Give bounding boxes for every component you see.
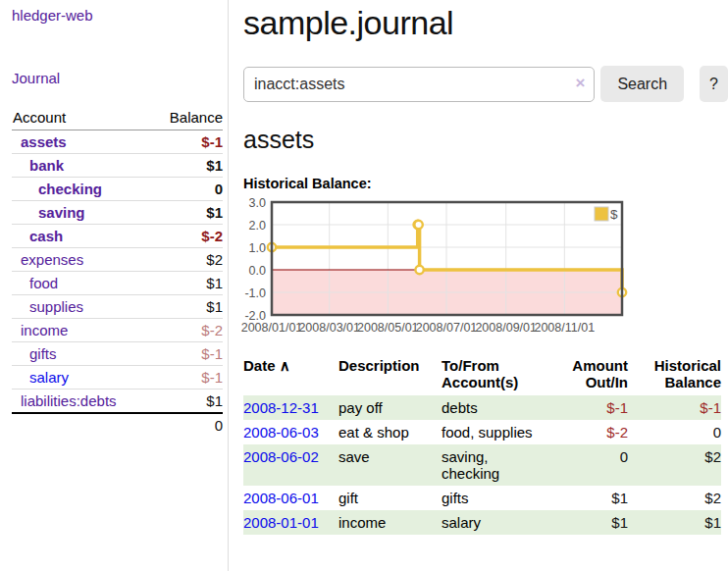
- transaction-date-link[interactable]: 2008-06-01: [243, 490, 319, 506]
- account-link[interactable]: salary: [29, 369, 69, 386]
- page-title: sample.journal: [243, 0, 728, 42]
- legend-swatch: [595, 207, 608, 221]
- transaction-description: pay off: [338, 395, 442, 420]
- search-input[interactable]: [243, 67, 595, 102]
- transaction-date-link[interactable]: 2008-06-03: [243, 424, 319, 441]
- historical-balance-chart: $3.02.01.00.0-1.0-2.02008/01/012008/03/0…: [243, 197, 728, 342]
- account-link[interactable]: assets: [21, 133, 67, 150]
- register-header-accounts: To/From Account(s): [442, 354, 567, 395]
- register-row: 2008-06-03eat & shopfood, supplies$-20: [243, 420, 721, 444]
- y-tick-label: 0.0: [249, 264, 266, 278]
- search-button[interactable]: Search: [600, 66, 684, 102]
- account-balance: $-1: [159, 130, 223, 154]
- x-tick-label: 2008/03/01: [298, 321, 360, 335]
- account-row: bank$1: [12, 154, 223, 178]
- clear-search-icon[interactable]: ×: [575, 74, 585, 93]
- transaction-accounts: food, supplies: [442, 420, 567, 444]
- accounts-header-balance: Balance: [159, 106, 223, 130]
- account-link[interactable]: bank: [29, 157, 64, 174]
- sidebar: hledger-web Journal Account Balance asse…: [0, 0, 229, 571]
- account-row: supplies$1: [12, 295, 223, 319]
- account-balance: $1: [159, 295, 223, 319]
- transaction-accounts: gifts: [442, 486, 567, 510]
- register-header-balance: Historical Balance: [628, 354, 721, 395]
- chart-point-marker: [415, 266, 423, 274]
- main-content: sample.journal × Search ? assets Histori…: [243, 0, 728, 535]
- account-balance: $1: [159, 154, 223, 178]
- register-header-amount: Amount Out/In: [567, 354, 628, 395]
- register-header-date[interactable]: Date ∧: [243, 354, 338, 395]
- account-balance: 0: [159, 178, 223, 201]
- transaction-balance: $1: [628, 510, 721, 535]
- transaction-accounts: saving, checking: [442, 444, 567, 486]
- x-tick-label: 2008/07/01: [416, 321, 478, 335]
- account-link[interactable]: food: [29, 275, 58, 291]
- account-link[interactable]: expenses: [21, 251, 83, 268]
- transaction-amount: $-1: [567, 395, 628, 420]
- transaction-description: income: [338, 510, 442, 535]
- account-link[interactable]: cash: [29, 228, 63, 244]
- account-row: income$-2: [12, 319, 223, 342]
- y-tick-label: -1.0: [244, 286, 266, 300]
- search-box: ×: [243, 67, 595, 102]
- account-link[interactable]: supplies: [29, 298, 83, 315]
- x-tick-label: 2008/11/01: [534, 321, 595, 335]
- account-row: expenses$2: [12, 248, 223, 272]
- app-title-link[interactable]: hledger-web: [12, 7, 222, 24]
- account-row: cash$-2: [12, 225, 223, 248]
- transaction-accounts: debts: [442, 395, 567, 420]
- account-link[interactable]: liabilities:debts: [21, 392, 117, 409]
- account-balance: $1: [159, 389, 223, 414]
- account-balance: $-2: [159, 225, 223, 248]
- transaction-balance: 0: [628, 420, 721, 444]
- transaction-date-link[interactable]: 2008-12-31: [243, 399, 319, 416]
- account-balance: $-1: [159, 366, 223, 389]
- transaction-description: eat & shop: [338, 420, 442, 444]
- accounts-table: Account Balance assets$-1bank$1checking0…: [12, 106, 223, 437]
- transaction-balance: $-1: [628, 395, 721, 420]
- transaction-balance: $2: [628, 486, 721, 510]
- register-row: 2008-06-01giftgifts$1$2: [243, 486, 721, 510]
- transaction-amount: $1: [567, 510, 628, 535]
- account-balance: $1: [159, 201, 223, 225]
- account-link[interactable]: gifts: [29, 345, 57, 362]
- register-row: 2008-06-02savesaving, checking0$2: [243, 444, 721, 486]
- accounts-total-row: 0: [12, 413, 223, 437]
- accounts-header-row: Account Balance: [12, 106, 223, 130]
- account-row: checking0: [12, 178, 223, 201]
- transaction-amount: 0: [567, 444, 628, 486]
- account-balance: $-1: [159, 342, 223, 366]
- search-form: × Search ?: [243, 66, 728, 102]
- register-row: 2008-01-01incomesalary$1$1: [243, 510, 721, 535]
- y-tick-label: 2.0: [249, 219, 266, 233]
- account-row: salary$-1: [12, 366, 223, 389]
- account-heading: assets: [243, 126, 728, 154]
- accounts-header-account: Account: [12, 106, 159, 130]
- transaction-accounts: salary: [442, 510, 567, 535]
- register-row: 2008-12-31pay offdebts$-1$-1: [243, 395, 721, 420]
- register-header-row: Date ∧ Description To/From Account(s) Am…: [243, 354, 721, 395]
- transaction-balance: $2: [628, 444, 721, 486]
- register-table: Date ∧ Description To/From Account(s) Am…: [243, 354, 721, 535]
- account-balance: $1: [159, 272, 223, 295]
- accounts-total-value: 0: [159, 413, 223, 437]
- transaction-date-link[interactable]: 2008-01-01: [243, 514, 319, 531]
- account-row: assets$-1: [12, 130, 223, 154]
- account-link[interactable]: checking: [38, 181, 102, 197]
- x-tick-label: 2008/05/01: [357, 321, 419, 335]
- sidebar-item-journal[interactable]: Journal: [12, 70, 222, 86]
- account-link[interactable]: income: [21, 322, 68, 338]
- account-balance: $2: [159, 248, 223, 272]
- x-tick-label: 2008/01/01: [241, 321, 303, 335]
- help-button[interactable]: ?: [700, 66, 728, 102]
- transaction-amount: $-2: [567, 420, 628, 444]
- sort-asc-icon: ∧: [280, 357, 290, 374]
- accounts-total-spacer: [12, 413, 159, 437]
- y-tick-label: 1.0: [249, 241, 266, 255]
- transaction-description: gift: [338, 486, 442, 510]
- transaction-amount: $1: [567, 486, 628, 510]
- transaction-date-link[interactable]: 2008-06-02: [243, 448, 319, 465]
- account-balance: $-2: [159, 319, 223, 342]
- legend-label: $: [610, 207, 618, 222]
- account-link[interactable]: saving: [38, 204, 85, 221]
